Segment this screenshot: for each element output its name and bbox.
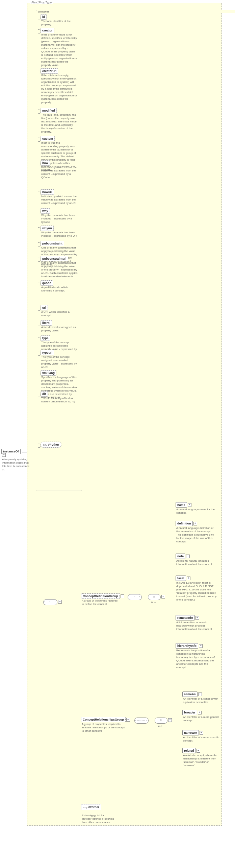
attr-connector: [38, 162, 41, 166]
attr-typeuri[interactable]: typeuriThe type of the concept assigned …: [41, 351, 78, 369]
attr-connector: [38, 29, 41, 33]
element-sameAs[interactable]: sameAs+An identifier of a concept with e…: [182, 693, 223, 704]
any-element[interactable]: any ##other 0..∞ Extension point for pro…: [81, 805, 116, 824]
attr-dir[interactable]: dirThe directionality of textual content…: [41, 392, 78, 403]
attr-connector: [38, 322, 41, 326]
attr-connector: [38, 372, 41, 376]
attr-connector: [38, 138, 41, 142]
main-sequence[interactable]: •—•—•−: [43, 599, 62, 605]
attr-uri[interactable]: uriA URI which identifies a concept.: [41, 306, 78, 317]
attr-connector: [38, 352, 41, 356]
group-concept-definition[interactable]: ConceptDefinitionGroup− A group of prope…: [81, 594, 125, 606]
attr-creator[interactable]: creatorIf the property value is not defi…: [41, 29, 78, 67]
attributes-header: attributes: [36, 10, 235, 13]
attr-qcode[interactable]: qcodeA qualified code which identifies a…: [41, 281, 78, 292]
element-hierarchyInfo[interactable]: hierarchyInfo+Represents the position of…: [176, 644, 219, 669]
attr-connector: [38, 393, 41, 397]
attr-connector: [38, 110, 41, 114]
attr-id[interactable]: idThe local identifier of the property.: [41, 15, 78, 26]
expand-icon[interactable]: −: [168, 718, 172, 722]
attr-any-other[interactable]: any ##other: [41, 443, 61, 446]
attr-whyuri[interactable]: whyuriWhy the metadata has been included…: [41, 227, 78, 238]
element-related[interactable]: related+A related concept, where the rel…: [182, 749, 223, 767]
attr-connector: [38, 242, 41, 247]
attr-connector: [38, 227, 41, 231]
element-narrower[interactable]: narrower+An identifier of a more specifi…: [182, 731, 223, 743]
attr-pubconstrainturi[interactable]: pubconstrainturiOne or many constraints …: [41, 257, 78, 278]
attr-connector: [38, 70, 41, 74]
expand-icon[interactable]: −: [126, 718, 130, 722]
attr-connector: [38, 258, 41, 262]
element-definition[interactable]: definition+A natural language definition…: [176, 522, 219, 543]
attr-connector: [38, 444, 41, 448]
expand-icon[interactable]: −: [121, 594, 124, 598]
element-note[interactable]: note+Additional natural language informa…: [176, 555, 219, 566]
g1-choice[interactable]: ⊞−: [148, 594, 165, 600]
attr-howuri[interactable]: howuriIndicates by which means the value…: [41, 190, 78, 205]
attr-connector: [38, 191, 41, 195]
expand-icon[interactable]: −: [2, 453, 6, 457]
attr-connector: [38, 337, 41, 341]
attr-literal[interactable]: literalA free-text value assigned as pro…: [41, 321, 78, 332]
g2-choice[interactable]: ⊞−: [155, 718, 172, 724]
g1-inner-sequence[interactable]: •—•—•: [128, 594, 142, 600]
element-broader[interactable]: broader+An identifier of a more generic …: [182, 711, 223, 722]
attr-connector: [38, 16, 41, 20]
g2-inner-sequence[interactable]: •—•—•: [134, 718, 149, 724]
attr-connector: [38, 210, 41, 214]
expand-icon[interactable]: −: [161, 595, 165, 599]
attr-why[interactable]: whyWhy the metadata has been included - …: [41, 209, 78, 224]
element-remoteInfo[interactable]: remoteInfo+A link to an item or a web re…: [176, 616, 219, 631]
g1-card: 0..∞: [151, 601, 156, 604]
attr-connector: [38, 282, 41, 286]
attr-connector: [38, 307, 41, 311]
element-name[interactable]: name+A natural language name for the con…: [176, 503, 219, 515]
attr-how[interactable]: howIndicates by which means the value wa…: [41, 161, 78, 179]
group-concept-relationships[interactable]: ConceptRelationshipsGroup− A group of pr…: [81, 718, 130, 733]
expand-icon[interactable]: −: [58, 600, 62, 604]
g2-card: 0..∞: [158, 725, 162, 727]
attr-modified[interactable]: modifiedThe date (and, optionally, the t…: [41, 109, 78, 134]
type-label: Flex1PropType: [30, 1, 53, 4]
element-facet[interactable]: facet+In NAR 1.8 and later, facet is dep…: [176, 577, 219, 602]
attr-creatoruri[interactable]: creatoruriIf the attribute is empty, spe…: [41, 69, 78, 104]
root-element[interactable]: instanceOf− A frequently updating inform…: [1, 450, 25, 471]
